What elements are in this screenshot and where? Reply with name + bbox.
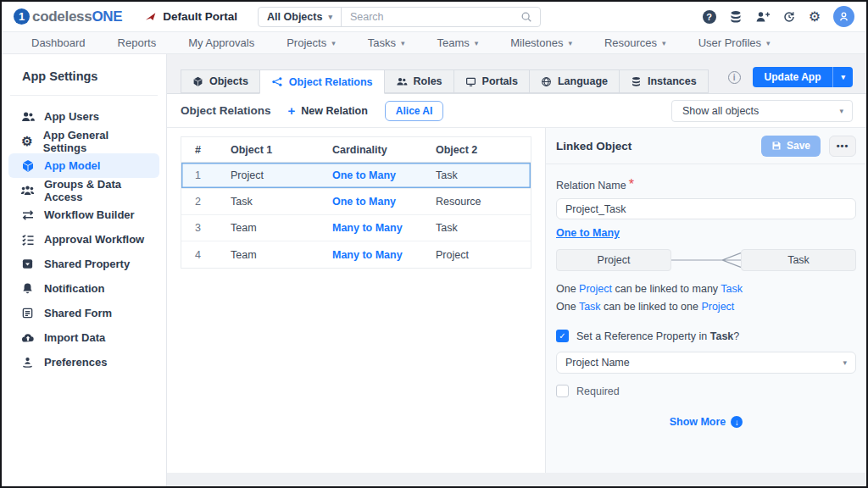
chevron-down-icon: ▾ <box>328 13 332 21</box>
alice-ai-button[interactable]: Alice AI <box>385 101 444 121</box>
info-icon[interactable]: i <box>728 71 741 84</box>
required-row: Required <box>556 385 856 397</box>
sidebar-item-import-data[interactable]: Import Data <box>8 325 159 350</box>
logo-mark-icon: 1 <box>14 8 30 25</box>
gear-icon[interactable]: ⚙ <box>809 10 821 24</box>
bell-icon <box>20 282 35 295</box>
portal-selector[interactable]: Default Portal <box>144 10 237 23</box>
sidebar-item-shared-property[interactable]: Shared Property <box>8 252 159 276</box>
users-icon <box>396 76 408 87</box>
tab-roles[interactable]: Roles <box>384 69 454 93</box>
sidebar-item-app-model[interactable]: App Model <box>8 153 159 178</box>
object-filter-select[interactable]: Show all objects ▾ <box>671 100 853 122</box>
app-settings-sidebar: App Settings App Users ⚙ App General Set… <box>2 54 167 486</box>
sidebar-item-label: App General Settings <box>43 129 147 154</box>
sidebar-item-label: Groups & Data Access <box>44 178 147 203</box>
table-row[interactable]: 3 Team Many to Many Task <box>181 215 531 241</box>
app-window: 1 codelessONE Default Portal All Objects… <box>0 0 868 488</box>
chevron-down-icon: ▾ <box>568 39 572 47</box>
sidebar-item-approval-workflow[interactable]: Approval Workflow <box>8 227 159 252</box>
chevron-down-icon: ▾ <box>331 39 336 47</box>
sidebar-item-workflow-builder[interactable]: Workflow Builder <box>8 202 159 227</box>
reference-property-select[interactable]: Project Name ▾ <box>556 352 856 374</box>
reference-checkbox[interactable]: ✓ <box>556 330 569 342</box>
cube-icon <box>20 159 35 173</box>
more-options-button[interactable]: ••• <box>829 136 856 157</box>
add-user-icon[interactable] <box>755 10 770 24</box>
cell-object1: Project <box>224 169 326 181</box>
search-input[interactable] <box>342 11 520 23</box>
chevron-down-icon: ▾ <box>475 39 479 47</box>
sidebar-title: App Settings <box>2 68 166 95</box>
tab-objects[interactable]: Objects <box>181 69 260 93</box>
required-checkbox[interactable] <box>556 385 569 397</box>
nav-resources[interactable]: Resources▾ <box>588 36 682 49</box>
update-app-button[interactable]: Update App ▾ <box>753 67 853 87</box>
col-header-object1: Object 1 <box>224 144 326 156</box>
chevron-down-icon: ▾ <box>843 358 847 367</box>
table-row[interactable]: 4 Team Many to Many Project <box>181 241 531 268</box>
divider <box>10 95 158 96</box>
chevron-down-icon: ▾ <box>401 39 405 47</box>
relation-line-1: One Project can be linked to many Task <box>556 280 856 298</box>
search-scope-select[interactable]: All Objects ▾ <box>259 8 342 26</box>
tab-portals[interactable]: Portals <box>453 69 530 93</box>
cell-object1: Team <box>224 222 326 234</box>
cardinality-link[interactable]: One to Many <box>556 227 620 239</box>
tab-instances[interactable]: Instances <box>619 69 709 93</box>
avatar[interactable] <box>833 6 854 27</box>
nav-reports[interactable]: Reports <box>102 36 173 49</box>
tab-label: Roles <box>414 75 442 87</box>
cell-num: 2 <box>181 196 224 208</box>
sidebar-item-label: Notification <box>44 282 105 295</box>
sidebar-item-app-users[interactable]: App Users <box>8 104 159 129</box>
relation-name-input[interactable] <box>556 198 856 219</box>
sidebar-item-label: Workflow Builder <box>44 208 135 221</box>
nav-tasks[interactable]: Tasks▾ <box>352 36 421 49</box>
tab-language[interactable]: Language <box>529 69 620 93</box>
tab-object-relations[interactable]: Object Relations <box>259 69 385 94</box>
chevron-down-icon[interactable]: ▾ <box>832 67 853 87</box>
show-more-button[interactable]: Show More ↓ <box>556 416 856 428</box>
sidebar-item-notification[interactable]: Notification <box>8 276 159 301</box>
nav-my-approvals[interactable]: My Approvals <box>172 36 270 49</box>
col-header-cardinality: Cardinality <box>326 144 429 156</box>
history-icon[interactable] <box>782 10 796 24</box>
app-logo[interactable]: 1 codelessONE <box>14 8 122 25</box>
sidebar-item-shared-form[interactable]: Shared Form <box>8 301 159 325</box>
cell-cardinality-link[interactable]: One to Many <box>326 196 429 208</box>
new-relation-button[interactable]: + New Relation <box>288 103 368 118</box>
table-header-row: # Object 1 Cardinality Object 2 <box>181 137 531 163</box>
tab-label: Instances <box>648 75 697 87</box>
table-row[interactable]: 2 Task One to Many Resource <box>181 189 531 215</box>
sidebar-item-groups-data-access[interactable]: Groups & Data Access <box>8 178 159 202</box>
sidebar-item-label: Preferences <box>44 356 107 369</box>
relations-toolbar: Object Relations + New Relation Alice AI… <box>167 94 866 128</box>
sidebar-item-preferences[interactable]: Preferences <box>8 350 159 374</box>
arrow-down-circle-icon: ↓ <box>731 416 743 428</box>
help-icon[interactable]: ? <box>703 10 716 24</box>
relation-name-label: Relation Name <box>556 180 626 191</box>
save-label: Save <box>787 140 810 152</box>
sidebar-item-app-general-settings[interactable]: ⚙ App General Settings <box>8 129 159 153</box>
page-background <box>167 473 866 486</box>
sidebar-item-label: App Users <box>44 110 99 123</box>
database-icon[interactable] <box>729 10 743 24</box>
cell-cardinality-link[interactable]: Many to Many <box>326 222 429 234</box>
nav-user-profiles[interactable]: User Profiles▾ <box>682 36 787 49</box>
cell-cardinality-link[interactable]: Many to Many <box>326 249 429 261</box>
save-button[interactable]: Save <box>761 136 821 157</box>
sidebar-item-label: Shared Property <box>44 258 130 270</box>
cell-cardinality-link[interactable]: One to Many <box>326 169 429 181</box>
reference-property-value: Project Name <box>565 357 630 369</box>
top-right-icons: ? ⚙ <box>703 6 854 27</box>
cell-object2: Resource <box>429 196 531 208</box>
database-icon <box>631 76 642 87</box>
table-row[interactable]: 1 Project One to Many Task <box>181 163 531 189</box>
portal-logo-icon <box>144 10 157 23</box>
nav-milestones[interactable]: Milestones▾ <box>494 36 588 49</box>
nav-teams[interactable]: Teams▾ <box>420 36 494 49</box>
nav-projects[interactable]: Projects▾ <box>270 36 352 49</box>
preferences-icon <box>20 356 35 369</box>
nav-dashboard[interactable]: Dashboard <box>15 36 102 49</box>
